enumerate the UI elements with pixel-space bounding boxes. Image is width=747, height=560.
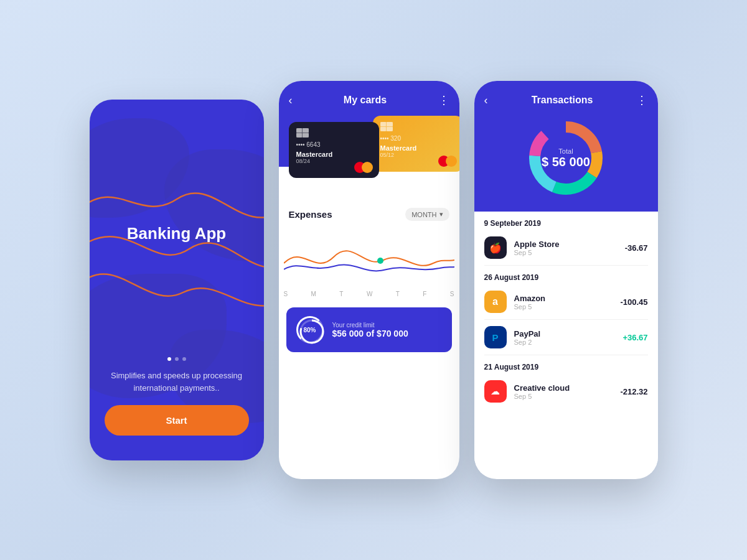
- tx-paypal[interactable]: P PayPal Sep 2 +36.67: [474, 320, 658, 355]
- tx-info-cc: Creative cloud Sep 5: [514, 383, 613, 400]
- cards-body: Expenses MONTH ▾ S M T W T F S: [279, 198, 459, 352]
- start-button[interactable]: Start: [105, 405, 249, 436]
- transaction-list: 9 Septeber 2019 🍎 Apple Store Sep 5 -36.…: [474, 212, 658, 473]
- tx-name-amazon: Amazon: [514, 294, 613, 303]
- card-brand: Mastercard: [296, 151, 372, 158]
- app-title: Banking App: [127, 224, 226, 243]
- credit-progress-circle: 80%: [296, 316, 324, 343]
- tx-creative-cloud[interactable]: ☁ Creative cloud Sep 5 -212.32: [474, 374, 658, 409]
- paypal-icon: P: [484, 326, 507, 348]
- mastercard-logo-gold: [438, 156, 457, 167]
- credit-info: Your credit limit $56 000 of $70 000: [332, 322, 408, 338]
- tx-sub-apple: Sep 5: [514, 249, 618, 256]
- tx-amount-paypal: +36.67: [622, 333, 647, 342]
- card-gold[interactable]: •••• 320 Mastercard 05/12: [373, 116, 459, 172]
- screen-title-tx: Transactions: [532, 95, 593, 106]
- nav-bar-tx: ‹ Transactions ⋮: [484, 93, 648, 107]
- tx-sub-amazon: Sep 5: [514, 303, 613, 310]
- back-icon-tx[interactable]: ‹: [484, 94, 488, 107]
- back-icon[interactable]: ‹: [289, 94, 293, 107]
- tx-name-apple: Apple Store: [514, 240, 618, 249]
- app-tagline: Simplifies and speeds up processing inte…: [105, 370, 249, 394]
- more-icon[interactable]: ⋮: [438, 93, 449, 107]
- tx-amount-amazon: -100.45: [620, 297, 647, 307]
- card-chip: [296, 128, 309, 138]
- tx-group-date-aug26: 26 August 2019: [484, 273, 648, 282]
- credit-amount: $56 000 of $70 000: [332, 329, 408, 338]
- tx-name-paypal: PayPal: [514, 329, 616, 338]
- expenses-chart: [279, 226, 459, 288]
- card-number: •••• 6643: [296, 141, 372, 148]
- tx-sub-paypal: Sep 2: [514, 338, 616, 346]
- expenses-header: Expenses MONTH ▾: [279, 198, 459, 226]
- donut-label: Total: [542, 147, 590, 155]
- dot-1: [167, 357, 171, 361]
- credit-label: Your credit limit: [332, 322, 408, 329]
- tx-info-apple: Apple Store Sep 5: [514, 240, 618, 256]
- svg-point-0: [377, 258, 383, 264]
- tx-group-sep9: 9 Septeber 2019: [474, 212, 658, 230]
- tx-amount-apple: -36.67: [625, 243, 648, 253]
- apple-store-icon: 🍎: [484, 236, 507, 259]
- phone-my-cards: ‹ My cards ⋮ •••• 6643 Mastercard 08/24: [279, 81, 459, 479]
- chart-x-labels: S M T W T F S: [279, 288, 459, 300]
- screen-title: My cards: [344, 95, 387, 106]
- dot-3: [182, 357, 186, 361]
- donut-chart: Total $ 56 000: [484, 114, 648, 202]
- credit-limit-bar: 80% Your credit limit $56 000 of $70 000: [286, 307, 452, 352]
- card-chip-gold: [380, 122, 393, 131]
- tx-group-date-aug21: 21 August 2019: [484, 363, 648, 371]
- tx-amazon[interactable]: a Amazon Sep 5 -100.45: [474, 284, 658, 319]
- tx-apple-store[interactable]: 🍎 Apple Store Sep 5 -36.67: [474, 230, 658, 265]
- tx-info-paypal: PayPal Sep 2: [514, 329, 616, 346]
- donut-center-text: Total $ 56 000: [542, 147, 590, 169]
- tx-info-amazon: Amazon Sep 5: [514, 294, 613, 310]
- tx-group-aug21: 21 August 2019: [474, 355, 658, 374]
- more-icon-tx[interactable]: ⋮: [636, 93, 647, 107]
- donut-value: $ 56 000: [542, 155, 590, 169]
- chevron-down-icon: ▾: [439, 210, 443, 218]
- tx-name-cc: Creative cloud: [514, 383, 613, 393]
- transactions-header: ‹ Transactions ⋮ Total $ 56 000: [474, 81, 658, 212]
- amazon-icon: a: [484, 291, 507, 313]
- tx-amount-cc: -212.32: [620, 387, 647, 396]
- expenses-title: Expenses: [289, 209, 332, 220]
- cards-stack: •••• 6643 Mastercard 08/24 •••• 320 Mast…: [289, 116, 449, 178]
- card-black[interactable]: •••• 6643 Mastercard 08/24: [289, 122, 379, 178]
- pagination-dots: [167, 357, 186, 361]
- tx-sub-cc: Sep 5: [514, 393, 613, 400]
- card-number-gold: •••• 320: [380, 135, 456, 142]
- dot-2: [175, 357, 179, 361]
- tx-group-date: 9 Septeber 2019: [484, 219, 648, 228]
- mastercard-logo: [354, 162, 373, 173]
- phone-transactions: ‹ Transactions ⋮ Total $ 56 000: [474, 81, 658, 479]
- cards-header: ‹ My cards ⋮ •••• 6643 Mastercard 08/24: [279, 81, 459, 167]
- nav-bar: ‹ My cards ⋮: [289, 93, 449, 107]
- creative-cloud-icon: ☁: [484, 380, 507, 403]
- month-selector[interactable]: MONTH ▾: [405, 208, 449, 221]
- card-brand-gold: Mastercard: [380, 144, 456, 152]
- tx-group-aug26: 26 August 2019: [474, 266, 658, 284]
- phone-banking-app: Banking App Simplifies and speeds up pro…: [90, 100, 264, 460]
